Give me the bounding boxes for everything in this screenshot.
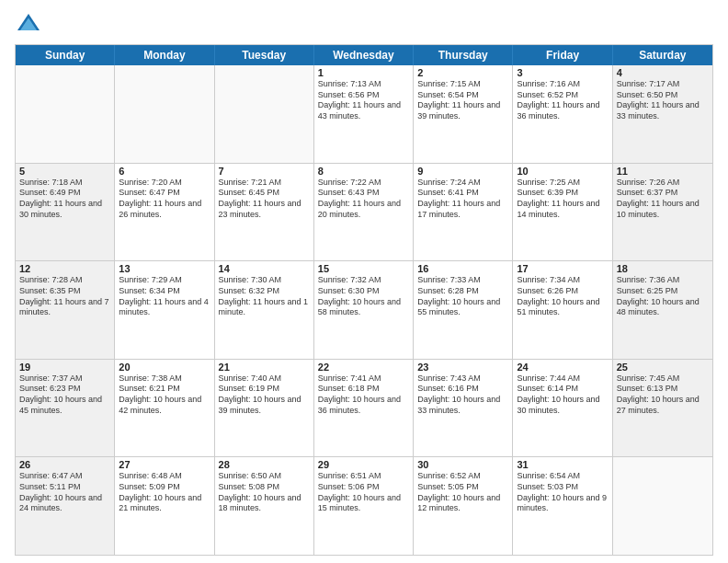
day-number: 16 — [417, 263, 508, 274]
day-number: 20 — [119, 362, 210, 373]
day-number: 30 — [417, 459, 508, 470]
day-number: 25 — [617, 362, 709, 373]
day-number: 18 — [617, 263, 709, 274]
cell-info: Sunrise: 7:32 AM Sunset: 6:30 PM Dayligh… — [318, 275, 409, 318]
calendar-cell-11: 11Sunrise: 7:26 AM Sunset: 6:37 PM Dayli… — [613, 164, 712, 261]
day-number: 7 — [219, 166, 310, 177]
day-number: 31 — [517, 459, 608, 470]
day-number: 22 — [318, 362, 409, 373]
cell-info: Sunrise: 7:17 AM Sunset: 6:50 PM Dayligh… — [617, 79, 709, 122]
calendar-cell-18: 18Sunrise: 7:36 AM Sunset: 6:25 PM Dayli… — [613, 261, 712, 359]
calendar-cell-empty-0-1 — [115, 65, 214, 163]
calendar-row-4: 19Sunrise: 7:37 AM Sunset: 6:23 PM Dayli… — [16, 359, 712, 457]
cell-info: Sunrise: 7:38 AM Sunset: 6:21 PM Dayligh… — [119, 373, 210, 417]
day-number: 26 — [19, 459, 110, 470]
calendar-cell-24: 24Sunrise: 7:44 AM Sunset: 6:14 PM Dayli… — [513, 360, 612, 457]
header-day-wednesday: Wednesday — [314, 45, 414, 65]
calendar-cell-19: 19Sunrise: 7:37 AM Sunset: 6:23 PM Dayli… — [16, 360, 115, 457]
cell-info: Sunrise: 7:29 AM Sunset: 6:34 PM Dayligh… — [119, 275, 210, 318]
cell-info: Sunrise: 6:51 AM Sunset: 5:06 PM Dayligh… — [318, 471, 409, 514]
cell-info: Sunrise: 7:33 AM Sunset: 6:28 PM Dayligh… — [417, 275, 508, 318]
calendar-cell-22: 22Sunrise: 7:41 AM Sunset: 6:18 PM Dayli… — [314, 360, 414, 457]
calendar-cell-5: 5Sunrise: 7:18 AM Sunset: 6:49 PM Daylig… — [16, 164, 115, 261]
cell-info: Sunrise: 7:13 AM Sunset: 6:56 PM Dayligh… — [318, 79, 409, 122]
logo — [15, 11, 46, 39]
calendar-cell-14: 14Sunrise: 7:30 AM Sunset: 6:32 PM Dayli… — [215, 261, 314, 359]
cell-info: Sunrise: 6:50 AM Sunset: 5:08 PM Dayligh… — [219, 471, 310, 514]
day-number: 24 — [517, 362, 608, 373]
calendar-cell-6: 6Sunrise: 7:20 AM Sunset: 6:47 PM Daylig… — [115, 164, 214, 261]
calendar-cell-28: 28Sunrise: 6:50 AM Sunset: 5:08 PM Dayli… — [215, 457, 314, 555]
cell-info: Sunrise: 7:18 AM Sunset: 6:49 PM Dayligh… — [19, 178, 110, 221]
calendar-cell-7: 7Sunrise: 7:21 AM Sunset: 6:45 PM Daylig… — [215, 164, 314, 261]
header-day-saturday: Saturday — [613, 45, 712, 65]
cell-info: Sunrise: 7:22 AM Sunset: 6:43 PM Dayligh… — [318, 178, 409, 221]
calendar-cell-21: 21Sunrise: 7:40 AM Sunset: 6:19 PM Dayli… — [215, 360, 314, 457]
cell-info: Sunrise: 6:47 AM Sunset: 5:11 PM Dayligh… — [19, 471, 110, 514]
day-number: 13 — [119, 263, 210, 274]
cell-info: Sunrise: 7:20 AM Sunset: 6:47 PM Dayligh… — [119, 178, 210, 221]
cell-info: Sunrise: 7:40 AM Sunset: 6:19 PM Dayligh… — [219, 373, 310, 417]
day-number: 21 — [219, 362, 310, 373]
day-number: 4 — [617, 67, 709, 78]
cell-info: Sunrise: 7:26 AM Sunset: 6:37 PM Dayligh… — [617, 178, 709, 221]
calendar-cell-1: 1Sunrise: 7:13 AM Sunset: 6:56 PM Daylig… — [314, 65, 414, 163]
cell-info: Sunrise: 7:15 AM Sunset: 6:54 PM Dayligh… — [417, 79, 508, 122]
calendar-cell-8: 8Sunrise: 7:22 AM Sunset: 6:43 PM Daylig… — [314, 164, 414, 261]
day-number: 5 — [19, 166, 110, 177]
cell-info: Sunrise: 7:45 AM Sunset: 6:13 PM Dayligh… — [617, 373, 709, 417]
day-number: 28 — [219, 459, 310, 470]
header-day-monday: Monday — [115, 45, 214, 65]
calendar-cell-empty-0-0 — [16, 65, 115, 163]
calendar-cell-empty-4-6 — [613, 457, 712, 555]
cell-info: Sunrise: 7:21 AM Sunset: 6:45 PM Dayligh… — [219, 178, 310, 221]
calendar-cell-17: 17Sunrise: 7:34 AM Sunset: 6:26 PM Dayli… — [513, 261, 612, 359]
cell-info: Sunrise: 7:43 AM Sunset: 6:16 PM Dayligh… — [417, 373, 508, 417]
calendar-body: 1Sunrise: 7:13 AM Sunset: 6:56 PM Daylig… — [16, 65, 712, 555]
day-number: 1 — [318, 67, 409, 78]
day-number: 3 — [517, 67, 608, 78]
calendar-cell-2: 2Sunrise: 7:15 AM Sunset: 6:54 PM Daylig… — [414, 65, 513, 163]
calendar: SundayMondayTuesdayWednesdayThursdayFrid… — [15, 44, 713, 556]
calendar-cell-30: 30Sunrise: 6:52 AM Sunset: 5:05 PM Dayli… — [414, 457, 513, 555]
cell-info: Sunrise: 7:25 AM Sunset: 6:39 PM Dayligh… — [517, 178, 608, 221]
day-number: 8 — [318, 166, 409, 177]
cell-info: Sunrise: 7:28 AM Sunset: 6:35 PM Dayligh… — [19, 275, 110, 318]
calendar-row-1: 1Sunrise: 7:13 AM Sunset: 6:56 PM Daylig… — [16, 65, 712, 163]
calendar-cell-29: 29Sunrise: 6:51 AM Sunset: 5:06 PM Dayli… — [314, 457, 414, 555]
header-day-tuesday: Tuesday — [215, 45, 314, 65]
day-number: 14 — [219, 263, 310, 274]
cell-info: Sunrise: 7:34 AM Sunset: 6:26 PM Dayligh… — [517, 275, 608, 318]
cell-info: Sunrise: 7:16 AM Sunset: 6:52 PM Dayligh… — [517, 79, 608, 122]
day-number: 2 — [417, 67, 508, 78]
calendar-header: SundayMondayTuesdayWednesdayThursdayFrid… — [16, 45, 712, 65]
calendar-row-3: 12Sunrise: 7:28 AM Sunset: 6:35 PM Dayli… — [16, 260, 712, 359]
day-number: 27 — [119, 459, 210, 470]
header-day-sunday: Sunday — [16, 45, 115, 65]
calendar-cell-12: 12Sunrise: 7:28 AM Sunset: 6:35 PM Dayli… — [16, 261, 115, 359]
day-number: 9 — [417, 166, 508, 177]
cell-info: Sunrise: 7:30 AM Sunset: 6:32 PM Dayligh… — [219, 275, 310, 318]
cell-info: Sunrise: 7:36 AM Sunset: 6:25 PM Dayligh… — [617, 275, 709, 318]
calendar-cell-27: 27Sunrise: 6:48 AM Sunset: 5:09 PM Dayli… — [115, 457, 214, 555]
logo-icon — [15, 11, 42, 39]
header-day-friday: Friday — [513, 45, 612, 65]
cell-info: Sunrise: 7:44 AM Sunset: 6:14 PM Dayligh… — [517, 373, 608, 417]
calendar-cell-15: 15Sunrise: 7:32 AM Sunset: 6:30 PM Dayli… — [314, 261, 414, 359]
calendar-cell-16: 16Sunrise: 7:33 AM Sunset: 6:28 PM Dayli… — [414, 261, 513, 359]
day-number: 19 — [19, 362, 110, 373]
day-number: 29 — [318, 459, 409, 470]
page: SundayMondayTuesdayWednesdayThursdayFrid… — [0, 0, 728, 563]
header — [15, 11, 713, 39]
day-number: 15 — [318, 263, 409, 274]
header-day-thursday: Thursday — [414, 45, 513, 65]
calendar-row-2: 5Sunrise: 7:18 AM Sunset: 6:49 PM Daylig… — [16, 163, 712, 261]
day-number: 10 — [517, 166, 608, 177]
day-number: 6 — [119, 166, 210, 177]
calendar-cell-31: 31Sunrise: 6:54 AM Sunset: 5:03 PM Dayli… — [513, 457, 612, 555]
cell-info: Sunrise: 7:24 AM Sunset: 6:41 PM Dayligh… — [417, 178, 508, 221]
calendar-cell-13: 13Sunrise: 7:29 AM Sunset: 6:34 PM Dayli… — [115, 261, 214, 359]
cell-info: Sunrise: 6:48 AM Sunset: 5:09 PM Dayligh… — [119, 471, 210, 514]
cell-info: Sunrise: 7:37 AM Sunset: 6:23 PM Dayligh… — [19, 373, 110, 417]
calendar-cell-25: 25Sunrise: 7:45 AM Sunset: 6:13 PM Dayli… — [613, 360, 712, 457]
